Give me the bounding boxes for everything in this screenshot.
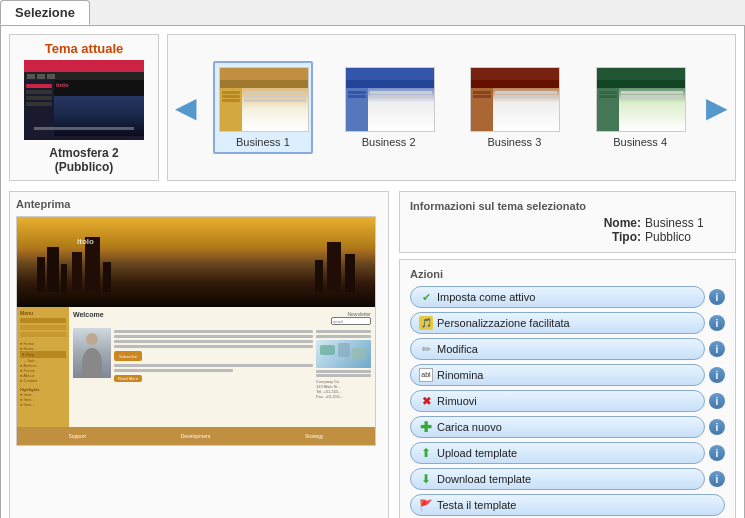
current-theme-name: Atmosfera 2 (Pubblico) <box>16 146 152 174</box>
bottom-section: Anteprima <box>9 191 736 518</box>
imposta-info-icon[interactable]: i <box>709 289 725 305</box>
main-container: Selezione Tema attuale <box>0 0 745 518</box>
action-row-rimuovi: ✖ Rimuovi i <box>410 390 725 412</box>
carica-button[interactable]: ✚ Carica nuovo <box>410 416 705 438</box>
carousel-prev-button[interactable]: ◀ <box>172 94 200 122</box>
action-row-imposta: ✔ Imposta come attivo i <box>410 286 725 308</box>
download-icon: ⬇ <box>419 472 433 486</box>
personalizzazione-button[interactable]: 🎵 Personalizzazione facilitata <box>410 312 705 334</box>
download-info-icon[interactable]: i <box>709 471 725 487</box>
info-type-value: Pubblico <box>645 230 725 244</box>
action-row-testa: 🚩 Testa il template <box>410 494 725 516</box>
tab-selezione[interactable]: Selezione <box>0 0 90 25</box>
plus-icon: ✚ <box>419 420 433 434</box>
info-name-value: Business 1 <box>645 216 725 230</box>
x-icon: ✖ <box>419 394 433 408</box>
preview-box: Anteprima <box>9 191 389 518</box>
info-actions-box: Informazioni sul tema selezionato Nome: … <box>399 191 736 518</box>
action-row-modifica: ✏ Modifica i <box>410 338 725 360</box>
info-name-label: Nome: <box>596 216 641 230</box>
pencil-icon: ✏ <box>419 342 433 356</box>
testa-button[interactable]: 🚩 Testa il template <box>410 494 725 516</box>
carousel-thumb-business4 <box>596 67 686 132</box>
current-theme-box: Tema attuale <box>9 34 159 181</box>
action-row-personalizzazione: 🎵 Personalizzazione facilitata i <box>410 312 725 334</box>
carousel-label-business2: Business 2 <box>345 136 433 148</box>
actions-box: Azioni ✔ Imposta come attivo i 🎵 Pe <box>399 259 736 518</box>
rimuovi-info-icon[interactable]: i <box>709 393 725 409</box>
carousel-thumb-business1 <box>219 67 309 132</box>
upload-icon: ⬆ <box>419 446 433 460</box>
rinomina-info-icon[interactable]: i <box>709 367 725 383</box>
carousel-item-business4[interactable]: Business 4 <box>590 61 690 154</box>
download-button[interactable]: ⬇ Download template <box>410 468 705 490</box>
carousel-items: Business 1 <box>204 61 699 154</box>
abl-icon: abl <box>419 368 433 382</box>
info-type-label: Tipo: <box>596 230 641 244</box>
upload-info-icon[interactable]: i <box>709 445 725 461</box>
music-icon: 🎵 <box>419 316 433 330</box>
check-icon: ✔ <box>419 290 433 304</box>
flag-icon: 🚩 <box>419 498 433 512</box>
current-theme-image: itolo <box>24 60 144 140</box>
carousel-item-business3[interactable]: Business 3 <box>464 61 564 154</box>
actions-title: Azioni <box>410 268 725 280</box>
modifica-button[interactable]: ✏ Modifica <box>410 338 705 360</box>
preview-image: itolo Menu ● Home ● News <box>16 216 376 446</box>
carousel-label-business4: Business 4 <box>596 136 684 148</box>
imposta-button[interactable]: ✔ Imposta come attivo <box>410 286 705 308</box>
chevron-right-icon: ▶ <box>706 91 728 124</box>
carousel-next-button[interactable]: ▶ <box>703 94 731 122</box>
chevron-left-icon: ◀ <box>175 91 197 124</box>
current-theme-label: Tema attuale <box>16 41 152 56</box>
carica-info-icon[interactable]: i <box>709 419 725 435</box>
info-type-row: Tipo: Pubblico <box>410 230 725 244</box>
top-section: Tema attuale <box>9 34 736 181</box>
personalizzazione-info-icon[interactable]: i <box>709 315 725 331</box>
carousel-item-business2[interactable]: Business 2 <box>339 61 439 154</box>
rinomina-button[interactable]: abl Rinomina <box>410 364 705 386</box>
carousel-wrapper: ◀ <box>167 34 736 181</box>
info-name-row: Nome: Business 1 <box>410 216 725 230</box>
tab-content: Tema attuale <box>0 25 745 518</box>
carousel-item-business1[interactable]: Business 1 <box>213 61 313 154</box>
carousel-label-business3: Business 3 <box>470 136 558 148</box>
carousel-thumb-business3 <box>470 67 560 132</box>
action-row-carica: ✚ Carica nuovo i <box>410 416 725 438</box>
info-box: Informazioni sul tema selezionato Nome: … <box>399 191 736 253</box>
carousel-label-business1: Business 1 <box>219 136 307 148</box>
action-row-upload: ⬆ Upload template i <box>410 442 725 464</box>
preview-title: Anteprima <box>16 198 382 210</box>
action-row-rinomina: abl Rinomina i <box>410 364 725 386</box>
modifica-info-icon[interactable]: i <box>709 341 725 357</box>
action-row-download: ⬇ Download template i <box>410 468 725 490</box>
info-box-title: Informazioni sul tema selezionato <box>410 200 725 212</box>
upload-button[interactable]: ⬆ Upload template <box>410 442 705 464</box>
tab-bar: Selezione <box>0 0 745 25</box>
carousel-thumb-business2 <box>345 67 435 132</box>
rimuovi-button[interactable]: ✖ Rimuovi <box>410 390 705 412</box>
